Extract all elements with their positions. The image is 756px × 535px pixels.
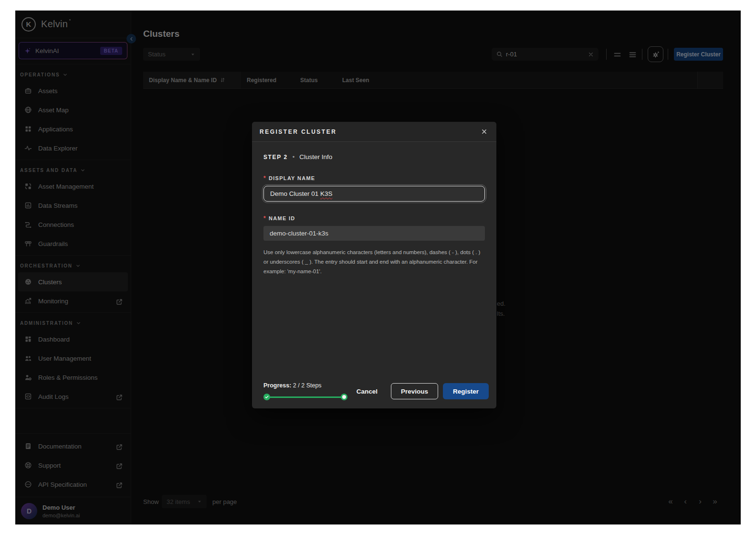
modal-footer: Progress: 2 / 2 Steps Cancel Previous Re…	[252, 374, 496, 408]
check-icon	[265, 395, 269, 399]
modal-body: STEP 2 • Cluster Info * DISPLAY NAME Dem…	[252, 142, 496, 374]
progress-step-1-complete	[263, 394, 270, 400]
step-label: STEP 2	[263, 154, 288, 160]
progress-text: Progress: 2 / 2 Steps	[263, 382, 348, 389]
display-name-misspelled: K3S	[320, 190, 333, 197]
page: K Kelvin KelvinAI BETA OPERATIONSAssetsA…	[0, 0, 756, 535]
name-id-value: demo-cluster-01-k3s	[270, 230, 328, 237]
name-id-input[interactable]: demo-cluster-01-k3s	[263, 226, 485, 241]
cancel-button[interactable]: Cancel	[348, 383, 386, 399]
required-asterisk: *	[263, 215, 266, 222]
previous-button[interactable]: Previous	[391, 383, 438, 399]
name-id-help-text: Use only lowercase alphanumeric characte…	[263, 247, 484, 276]
step-indicator: STEP 2 • Cluster Info	[263, 153, 485, 160]
progress-bar	[263, 394, 347, 400]
modal-header: REGISTER CLUSTER	[252, 122, 496, 142]
close-icon	[481, 128, 487, 135]
step-separator: •	[293, 153, 295, 160]
required-asterisk: *	[263, 175, 266, 182]
display-name-value: Demo Cluster 01	[270, 190, 320, 197]
modal-close-button[interactable]	[479, 127, 489, 137]
step-name: Cluster Info	[299, 153, 332, 160]
register-cluster-modal: REGISTER CLUSTER STEP 2 • Cluster Info *…	[252, 122, 496, 408]
app-window: K Kelvin KelvinAI BETA OPERATIONSAssetsA…	[15, 11, 741, 524]
modal-title: REGISTER CLUSTER	[260, 128, 479, 135]
modal-actions: Cancel Previous Register	[348, 383, 489, 399]
display-name-input[interactable]: Demo Cluster 01 K3S	[263, 186, 485, 202]
name-id-label: * NAME ID	[263, 215, 485, 222]
progress: Progress: 2 / 2 Steps	[263, 382, 348, 400]
display-name-label: * DISPLAY NAME	[263, 175, 485, 182]
progress-step-2-current	[341, 394, 347, 400]
register-button[interactable]: Register	[443, 383, 489, 399]
progress-track	[266, 396, 345, 398]
